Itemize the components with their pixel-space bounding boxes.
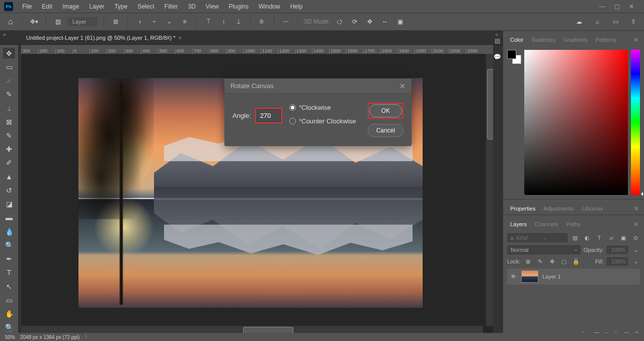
cancel-button[interactable]: Cancel bbox=[368, 124, 404, 137]
modal-overlay: Rotate Canvas ✕ Angle: °Clockwise °Count… bbox=[0, 0, 644, 341]
radio-dot-selected-icon bbox=[289, 104, 296, 111]
ok-button[interactable]: OK bbox=[369, 104, 402, 117]
radio-counter-clockwise[interactable]: °Counter Clockwise bbox=[289, 117, 356, 125]
radio-clockwise[interactable]: °Clockwise bbox=[289, 104, 356, 111]
dialog-close-icon[interactable]: ✕ bbox=[399, 82, 406, 90]
rotate-canvas-dialog: Rotate Canvas ✕ Angle: °Clockwise °Count… bbox=[224, 79, 412, 146]
radio-dot-icon bbox=[289, 118, 296, 124]
dialog-titlebar[interactable]: Rotate Canvas ✕ bbox=[224, 79, 412, 94]
clockwise-label: °Clockwise bbox=[299, 104, 331, 111]
angle-highlight bbox=[255, 108, 282, 123]
ok-highlight: OK bbox=[368, 103, 404, 119]
angle-label: Angle: bbox=[232, 112, 251, 119]
dialog-title: Rotate Canvas bbox=[230, 82, 274, 90]
angle-input[interactable] bbox=[257, 109, 281, 122]
counter-clockwise-label: °Counter Clockwise bbox=[299, 117, 356, 125]
